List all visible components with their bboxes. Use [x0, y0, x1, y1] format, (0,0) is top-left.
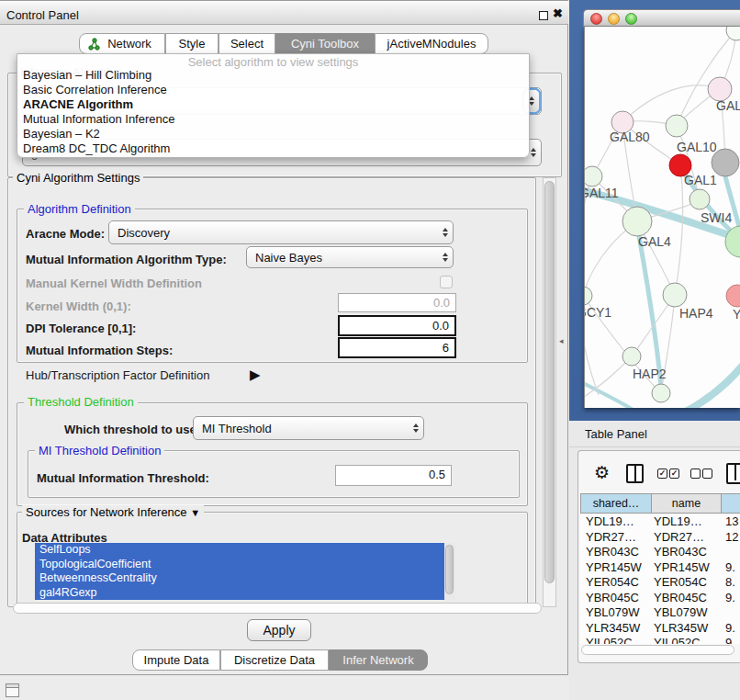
cell-value[interactable]: 8. — [725, 575, 735, 589]
cell-value[interactable]: 12 — [725, 530, 738, 544]
tab-cyni-toolbox[interactable]: Cyni Toolbox — [275, 33, 375, 54]
aracne-mode-combo[interactable]: Discovery — [108, 220, 454, 244]
cell-shared-name[interactable]: YBR043C — [586, 545, 639, 559]
window-close-icon[interactable] — [590, 13, 602, 25]
table-row[interactable]: YDL19… YDL19… 13 — [580, 514, 740, 530]
cell-shared-name[interactable]: YBR045C — [586, 591, 639, 604]
cell-shared-name[interactable]: YLR345W — [586, 621, 640, 635]
table-row[interactable]: YBL079W YBL079W — [580, 605, 740, 621]
cell-shared-name[interactable]: YER054C — [586, 575, 639, 589]
network-window-titlebar[interactable] — [583, 9, 740, 27]
node-hap4[interactable] — [663, 283, 687, 307]
table-row[interactable]: YER054C YER054C 8. — [580, 575, 740, 591]
attribute-selfloops[interactable]: SelfLoops — [35, 543, 444, 558]
hub-definition-label[interactable]: Hub/Transcription Factor Definition — [26, 368, 209, 382]
table-horizontal-scrollbar[interactable] — [581, 645, 734, 655]
tab-impute-data[interactable]: Impute Data — [132, 649, 220, 671]
window-minimize-icon[interactable] — [608, 13, 620, 25]
select-all-check-icon-2[interactable]: ✓ — [669, 469, 679, 479]
cell-name[interactable]: YDL19… — [654, 514, 702, 528]
tab-discretize-data[interactable]: Discretize Data — [220, 649, 329, 671]
gear-icon[interactable]: ⚙ — [594, 462, 610, 483]
cell-name[interactable]: YER054C — [654, 575, 707, 589]
mi-type-combo[interactable]: Naive Bayes — [246, 246, 454, 268]
attributes-list-scrollbar-thumb[interactable] — [445, 545, 454, 594]
tab-network[interactable]: Network — [79, 33, 165, 54]
table-row[interactable]: YBR043C YBR043C — [580, 545, 740, 560]
attribute-topologicalcoefficient[interactable]: TopologicalCoefficient — [35, 558, 444, 572]
table-row[interactable]: YIL052C YIL052C 9 — [580, 636, 740, 644]
node-gal4[interactable] — [622, 207, 652, 236]
deselect-all-box-icon-2[interactable] — [702, 469, 712, 479]
apply-button[interactable]: Apply — [247, 619, 311, 641]
node-bottom-partial[interactable] — [652, 384, 670, 402]
cell-value[interactable]: 9 — [725, 636, 732, 644]
splitter-collapse-icon[interactable]: ◂ — [559, 336, 564, 345]
dropdown-item-bayesian-hill-climbing[interactable]: Bayesian – Hill Climbing — [17, 68, 529, 83]
attributes-list-scrollbar[interactable] — [444, 543, 455, 600]
new-column-icon[interactable] — [726, 463, 740, 484]
cell-name[interactable]: YLR345W — [654, 621, 708, 635]
cell-name[interactable]: YDR27… — [654, 530, 704, 544]
cell-name[interactable]: YIL052C — [654, 636, 701, 644]
tab-infer-network[interactable]: Infer Network — [329, 649, 428, 671]
cell-shared-name[interactable]: YIL052C — [586, 636, 633, 644]
deselect-all-box-icon-1[interactable] — [690, 469, 701, 479]
cell-name[interactable]: YPR145W — [654, 560, 710, 574]
table-row[interactable]: YLR345W YLR345W 9. — [580, 621, 740, 637]
dropdown-item-basic-correlation[interactable]: Basic Correlation Inference — [17, 83, 529, 97]
tab-select[interactable]: Select — [219, 33, 275, 54]
cell-value[interactable]: 9. — [725, 621, 735, 635]
column-header-partial[interactable] — [722, 493, 740, 514]
float-window-icon[interactable] — [539, 11, 548, 20]
dropdown-item-aracne[interactable]: ARACNE Algorithm — [17, 97, 529, 112]
dropdown-item-dream8[interactable]: Dream8 DC_TDC Algorithm — [17, 141, 529, 156]
cell-shared-name[interactable]: YBL079W — [586, 605, 640, 619]
select-all-check-icon-1[interactable]: ✓ — [657, 469, 667, 479]
settings-horizontal-scrollbar[interactable] — [13, 603, 542, 614]
dpi-tolerance-field[interactable]: 0.0 — [338, 315, 456, 336]
node-gal10[interactable] — [666, 115, 688, 137]
attribute-gal4rgexp[interactable]: gal4RGexp — [35, 586, 444, 601]
minimized-panel-icon[interactable] — [6, 683, 19, 697]
cell-shared-name[interactable]: YDR27… — [586, 530, 636, 544]
cell-name[interactable]: YBR045C — [654, 591, 707, 604]
table-row[interactable]: YDR27… YDR27… 12 — [580, 530, 740, 546]
node-salmon[interactable] — [726, 285, 740, 307]
manual-kernel-checkbox[interactable] — [440, 276, 453, 288]
kernel-width-field[interactable]: 0.0 — [338, 293, 456, 312]
cell-value[interactable]: 13 — [725, 514, 738, 528]
cell-shared-name[interactable]: YPR145W — [586, 560, 642, 574]
node-gcy1[interactable] — [585, 287, 592, 305]
column-header-shared-name[interactable]: shared… — [580, 493, 652, 514]
dropdown-item-bayesian-k2[interactable]: Bayesian – K2 — [17, 127, 529, 141]
close-panel-icon[interactable]: ✖ — [553, 6, 563, 20]
network-view[interactable]: GAL GAL80 GAL10 GAL1 GAL11 SWI4 GAL4 GCY… — [584, 27, 740, 408]
sources-group-title[interactable]: Sources for Network Inference ▼ — [22, 505, 204, 519]
attribute-betweennesscentrality[interactable]: BetweennessCentrality — [35, 571, 444, 586]
cell-name[interactable]: YBR043C — [654, 545, 707, 559]
tab-style[interactable]: Style — [165, 33, 219, 54]
window-zoom-icon[interactable] — [625, 13, 637, 25]
column-header-name[interactable]: name — [652, 493, 722, 514]
dropdown-item-mutual-information[interactable]: Mutual Information Inference — [17, 112, 529, 127]
node-gal11[interactable] — [585, 166, 602, 186]
cell-name[interactable]: YBL079W — [654, 605, 708, 619]
tab-jactivemnodules[interactable]: jActiveMNodules — [375, 33, 488, 54]
table-row[interactable]: YPR145W YPR145W 9. — [580, 560, 740, 576]
settings-vertical-scrollbar-thumb[interactable] — [544, 181, 555, 583]
mi-steps-field[interactable]: 6 — [338, 337, 456, 358]
node-top-partial[interactable] — [726, 27, 740, 40]
split-columns-icon[interactable] — [626, 464, 644, 483]
settings-vertical-scrollbar[interactable] — [543, 177, 556, 607]
table-row[interactable]: YBR045C YBR045C 9. — [580, 591, 740, 606]
cell-value[interactable]: 9. — [725, 591, 735, 604]
hub-expand-arrow-icon[interactable]: ▶ — [250, 367, 261, 383]
node-hap2[interactable] — [622, 347, 641, 366]
cell-value[interactable]: 9. — [725, 560, 735, 574]
collapse-triangle-icon[interactable]: ▼ — [190, 507, 200, 518]
node-swi4[interactable] — [690, 189, 710, 209]
cell-shared-name[interactable]: YDL19… — [586, 514, 634, 528]
mi-threshold-field[interactable]: 0.5 — [335, 465, 452, 486]
which-threshold-combo[interactable]: MI Threshold — [193, 416, 424, 440]
